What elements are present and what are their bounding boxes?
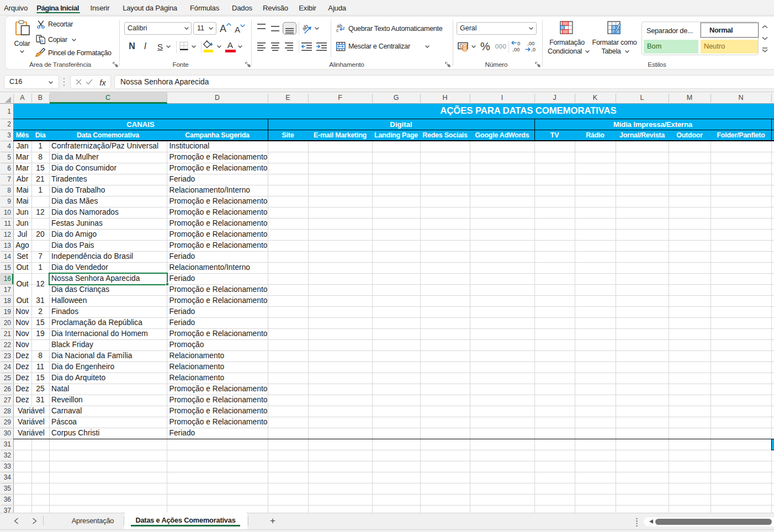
svg-text:0: 0 [517,40,520,46]
svg-text:ab: ab [300,23,310,32]
svg-text:,00: ,00 [527,40,534,46]
svg-text:,0: ,0 [531,46,536,52]
svg-text:c: c [336,28,339,33]
svg-text:C: C [459,43,463,49]
svg-text:,00: ,00 [512,46,519,52]
